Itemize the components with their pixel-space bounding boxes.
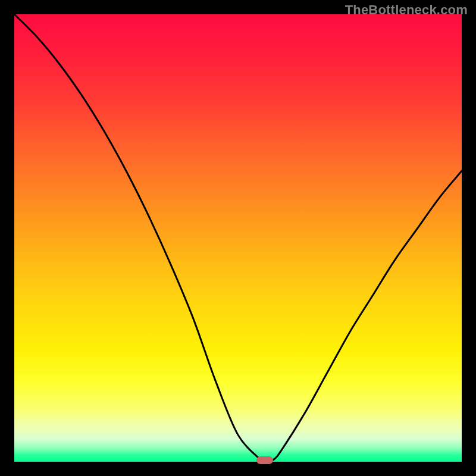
plot-area	[14, 14, 462, 462]
bottleneck-curve	[14, 14, 462, 462]
chart-frame: TheBottleneck.com	[0, 0, 476, 476]
watermark-text: TheBottleneck.com	[345, 2, 468, 18]
optimal-marker	[256, 456, 273, 464]
